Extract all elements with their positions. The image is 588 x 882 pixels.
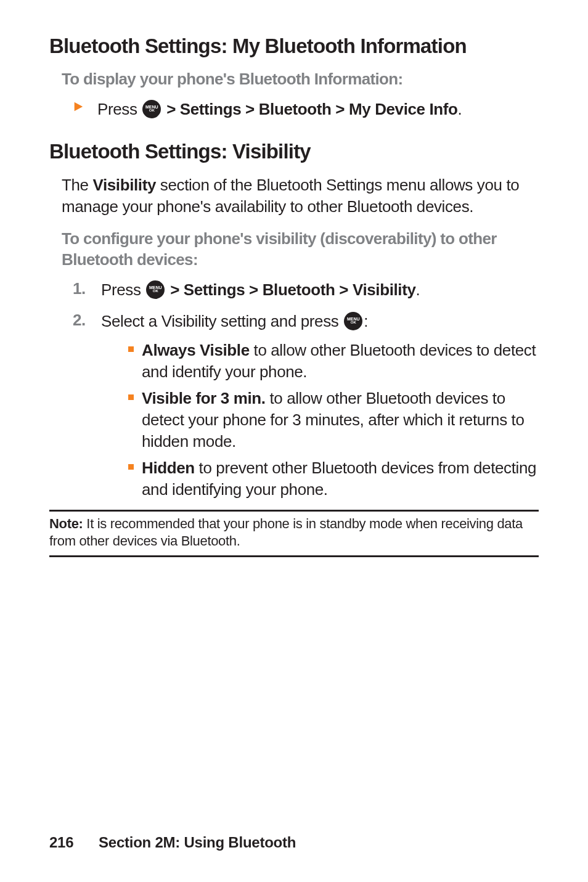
option-hidden: Hidden: [142, 459, 195, 477]
svg-marker-0: [75, 102, 83, 111]
visibility-options-list: Always Visible to allow other Bluetooth …: [128, 340, 539, 501]
square-bullet-icon: [128, 457, 142, 470]
option-always-visible: Always Visible: [142, 341, 250, 359]
square-bullet-icon: [128, 388, 142, 400]
nav-path-visibility: > Settings > Bluetooth > Visibility: [166, 280, 415, 299]
note-block: Note: It is recommended that your phone …: [49, 510, 539, 557]
note-text: It is recommended that your phone is in …: [49, 516, 523, 549]
menu-ok-icon: MENUOK: [344, 312, 362, 330]
instruction-display-info: Press MENUOK > Settings > Bluetooth > My…: [73, 99, 539, 120]
text-press: Press: [101, 280, 145, 299]
nav-path-device-info: > Settings > Bluetooth > My Device Info: [162, 100, 457, 118]
option-desc: to prevent other Bluetooth devices from …: [142, 459, 536, 499]
text-period: .: [416, 280, 420, 299]
play-bullet-icon: [73, 99, 97, 112]
heading-bluetooth-info: Bluetooth Settings: My Bluetooth Informa…: [49, 35, 539, 58]
step-2: 2. Select a Visibility setting and press…: [73, 311, 539, 332]
subheading-display-info: To display your phone's Bluetooth Inform…: [62, 69, 539, 90]
paragraph-visibility-desc: The Visibility section of the Bluetooth …: [62, 174, 539, 218]
section-label: Section 2M: Using Bluetooth: [99, 834, 296, 851]
square-bullet-icon: [128, 340, 142, 352]
list-item: Always Visible to allow other Bluetooth …: [128, 340, 539, 383]
menu-ok-icon: MENUOK: [146, 280, 165, 299]
page-footer: 216Section 2M: Using Bluetooth: [49, 834, 296, 851]
text-press: Press: [97, 100, 141, 118]
menu-ok-icon: MENUOK: [142, 100, 161, 118]
step-number-2: 2.: [73, 311, 101, 330]
page-number: 216: [49, 834, 99, 851]
text-period: .: [458, 100, 462, 118]
subheading-configure-visibility: To configure your phone's visibility (di…: [62, 229, 539, 271]
text-select-setting: Select a Visibility setting and press: [101, 312, 343, 330]
step-number-1: 1.: [73, 279, 101, 298]
step-1: 1. Press MENUOK > Settings > Bluetooth >…: [73, 279, 539, 301]
list-item: Hidden to prevent other Bluetooth device…: [128, 457, 539, 500]
list-item: Visible for 3 min. to allow other Blueto…: [128, 388, 539, 452]
text-colon: :: [364, 312, 368, 330]
heading-visibility: Bluetooth Settings: Visibility: [49, 140, 539, 163]
note-label: Note:: [49, 516, 83, 531]
option-visible-3min: Visible for 3 min.: [142, 389, 266, 407]
